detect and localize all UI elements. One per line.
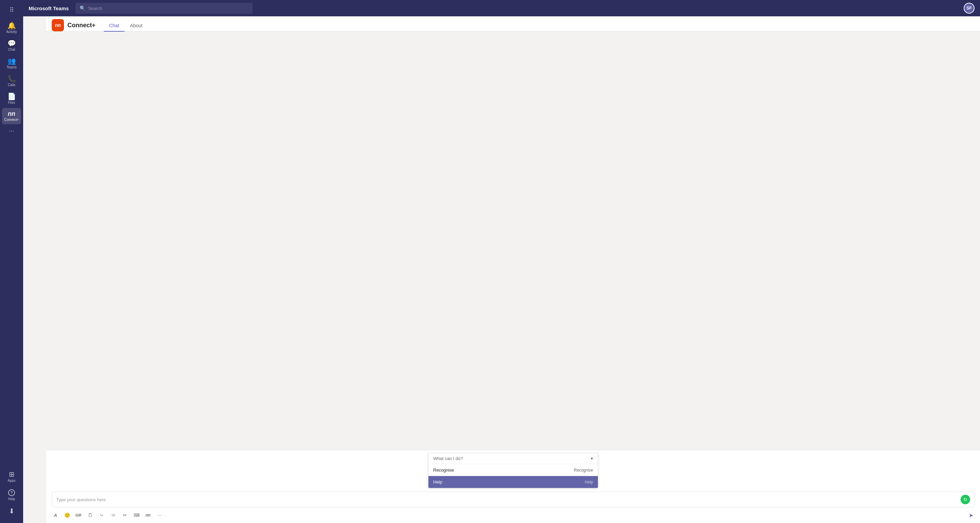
- suggestion-help-label: Help: [433, 480, 442, 485]
- help-icon: ?: [8, 489, 15, 496]
- gif-icon: GIF: [76, 513, 82, 517]
- sidebar-item-label-chat: Chat: [8, 48, 15, 51]
- input-area-wrapper: ↻: [46, 488, 980, 509]
- sidebar-item-label-calls: Calls: [8, 83, 15, 87]
- send-button[interactable]: ➤: [966, 510, 976, 520]
- search-bar[interactable]: 🔍: [76, 3, 253, 14]
- connect-icon: nn: [8, 111, 15, 117]
- refresh-icon: ↻: [963, 497, 967, 502]
- sidebar-item-download[interactable]: ⬇: [2, 505, 21, 517]
- message-toolbar: A 🙂 GIF 🗒 ⤷ ♾ ✂ ⌨ nn: [46, 509, 980, 523]
- chat-area: [46, 32, 980, 450]
- loop-button[interactable]: ♾: [108, 510, 118, 520]
- suggestions-header-label: What can I do?: [433, 456, 463, 461]
- more-options-icon[interactable]: ···: [6, 124, 17, 137]
- attach-button[interactable]: ⤷: [97, 510, 107, 520]
- more-toolbar-button[interactable]: ···: [154, 510, 165, 520]
- connect-tb-button[interactable]: nn: [143, 510, 153, 520]
- apps-grid-icon[interactable]: ⠿: [6, 3, 18, 17]
- search-input[interactable]: [88, 6, 248, 11]
- clip-icon: ✂: [123, 512, 127, 518]
- app-name: Connect+: [67, 22, 95, 29]
- send-icon: ➤: [969, 512, 973, 518]
- tabs: Chat About: [104, 19, 148, 31]
- sidebar-item-label-connect: Connect+: [4, 118, 19, 121]
- calls-icon: 📞: [8, 75, 16, 82]
- sidebar: ⠿ 🔔 Activity 💬 Chat 👥 Teams 📞 Calls 📄 Fi…: [0, 0, 23, 523]
- suggestion-help-shortcut: Help: [585, 480, 593, 485]
- sidebar-item-help[interactable]: ? Help: [2, 486, 21, 504]
- input-row: ↻: [52, 492, 975, 507]
- sidebar-item-label-activity: Activity: [6, 30, 17, 34]
- teams-icon: 👥: [8, 57, 16, 64]
- download-icon: ⬇: [9, 508, 14, 515]
- sidebar-bottom: ⊞ Apps ? Help ⬇: [2, 468, 21, 520]
- sidebar-item-label-teams: Teams: [6, 65, 16, 69]
- connect-tb-icon: nn: [146, 513, 151, 518]
- tab-chat[interactable]: Chat: [104, 19, 125, 32]
- suggestion-recognise[interactable]: Recognise Recognise: [428, 464, 598, 476]
- sidebar-item-apps[interactable]: ⊞ Apps: [2, 468, 21, 485]
- attach-icon: ⤷: [100, 512, 104, 518]
- search-icon: 🔍: [80, 5, 86, 11]
- sidebar-item-label-apps: Apps: [8, 479, 16, 483]
- sidebar-item-connect[interactable]: nn Connect+: [2, 108, 21, 124]
- app-title: Microsoft Teams: [29, 5, 69, 11]
- suggestion-recognise-label: Recognise: [433, 467, 454, 473]
- clip-button[interactable]: ✂: [120, 510, 130, 520]
- suggestions-header[interactable]: What can I do? ▾: [428, 453, 598, 464]
- sidebar-item-calls[interactable]: 📞 Calls: [2, 73, 21, 89]
- files-icon: 📄: [8, 93, 16, 100]
- app-logo: nn: [52, 19, 64, 31]
- sticker-icon: 🗒: [88, 512, 92, 518]
- emoji-button[interactable]: 🙂: [62, 510, 72, 520]
- emoji-icon: 🙂: [64, 512, 70, 518]
- format-button[interactable]: A: [50, 510, 60, 520]
- more-toolbar-icon: ···: [158, 512, 162, 518]
- sidebar-item-label-help: Help: [8, 497, 15, 501]
- sidebar-item-files[interactable]: 📄 Files: [2, 90, 21, 107]
- format-icon: A: [54, 513, 57, 518]
- suggestions-dropdown: What can I do? ▾ Recognise Recognise Hel…: [428, 453, 598, 488]
- keyboard-icon: ⌨: [134, 513, 140, 518]
- sidebar-item-teams[interactable]: 👥 Teams: [2, 55, 21, 72]
- app-header: nn Connect+ Chat About: [46, 16, 980, 32]
- apps-icon: ⊞: [9, 471, 14, 478]
- bottom-area: What can I do? ▾ Recognise Recognise Hel…: [46, 450, 980, 523]
- suggestion-help[interactable]: Help Help: [428, 476, 598, 488]
- suggestion-recognise-shortcut: Recognise: [574, 468, 593, 473]
- gif-button[interactable]: GIF: [73, 510, 84, 520]
- suggestions-wrapper: What can I do? ▾ Recognise Recognise Hel…: [46, 450, 980, 488]
- sidebar-item-label-files: Files: [8, 101, 15, 105]
- message-input[interactable]: [56, 497, 958, 502]
- sidebar-item-chat[interactable]: 💬 Chat: [2, 37, 21, 54]
- keyboard-button[interactable]: ⌨: [131, 510, 142, 520]
- topbar: Microsoft Teams 🔍 SF: [23, 0, 980, 16]
- tab-about[interactable]: About: [124, 19, 148, 32]
- sticker-button[interactable]: 🗒: [85, 510, 95, 520]
- loop-icon: ♾: [111, 512, 116, 518]
- avatar[interactable]: SF: [964, 3, 975, 14]
- refresh-button[interactable]: ↻: [961, 495, 970, 504]
- chevron-down-icon: ▾: [591, 456, 593, 461]
- sidebar-item-activity[interactable]: 🔔 Activity: [2, 19, 21, 37]
- activity-icon: 🔔: [8, 22, 16, 29]
- chat-icon: 💬: [8, 40, 16, 47]
- main-content: nn Connect+ Chat About What can I do? ▾ …: [46, 16, 980, 523]
